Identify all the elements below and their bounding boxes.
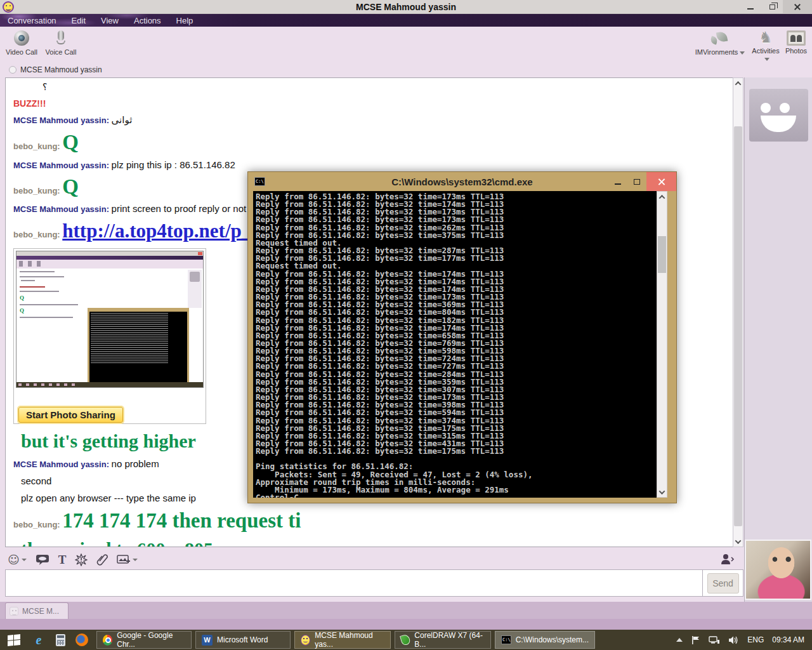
scroll-down-button[interactable] (657, 487, 667, 497)
input-toolbar: ☺ T (0, 551, 743, 569)
chrome-icon (103, 635, 112, 646)
windows-logo-icon (8, 633, 20, 646)
message-text: plz ping this ip : 86.51.146.82 (112, 159, 235, 170)
chat-scrollbar[interactable] (733, 77, 743, 547)
message-text: BUZZ!!! (13, 98, 46, 109)
coreldraw-icon (400, 633, 411, 646)
photos-button[interactable]: Photos (782, 30, 810, 55)
photos-icon (787, 30, 806, 46)
menu-help[interactable]: Help (169, 15, 201, 27)
microphone-icon (51, 30, 70, 47)
window-title: MCSE Mahmoud yassin (0, 2, 812, 12)
font-button[interactable]: T (58, 553, 67, 567)
cmd-minimize-button[interactable] (608, 172, 627, 191)
window-bottom-edge (0, 619, 812, 630)
scrollbar-thumb[interactable] (734, 126, 742, 526)
cmd-icon: C:\ (501, 635, 511, 644)
scroll-up-button[interactable] (733, 78, 743, 88)
scroll-up-button[interactable] (657, 192, 667, 202)
network-icon[interactable] (709, 635, 720, 645)
taskbar-item-chrome[interactable]: Google - Google Chr... (96, 631, 192, 649)
sender-name: bebo_kung: (13, 230, 62, 239)
menu-edit[interactable]: Edit (64, 15, 93, 27)
cmd-window[interactable]: C:\ C:\Windows\system32\cmd.exe Reply fr… (247, 171, 677, 503)
sender-name: MCSE Mahmoud yassin: (13, 460, 112, 469)
message-text: second (21, 475, 51, 486)
buzz-icon (75, 554, 88, 566)
start-photo-sharing-button[interactable]: Start Photo Sharing (18, 407, 123, 423)
sender-name: MCSE Mahmoud yassin: (13, 161, 112, 170)
start-button[interactable] (0, 630, 28, 650)
imvironments-button[interactable]: IMVironments (693, 30, 747, 56)
yahoo-messenger-icon (301, 635, 310, 646)
scroll-down-button[interactable] (733, 536, 743, 547)
message-text: ثوانى (112, 114, 133, 125)
firefox-button[interactable] (71, 630, 93, 650)
peer-avatar (749, 89, 808, 142)
sender-name: bebo_kung: (13, 142, 62, 151)
menu-conversation[interactable]: Conversation (0, 15, 64, 27)
message-text: but it's getting higher (21, 430, 196, 451)
message-text: ؟ (43, 82, 47, 92)
close-button[interactable] (783, 0, 812, 14)
action-center-flag-icon[interactable] (691, 635, 700, 645)
minimize-button[interactable] (740, 0, 761, 14)
taskbar-item-messenger[interactable]: MCSE Mahmoud yas... (294, 631, 391, 649)
taskbar-item-word[interactable]: W Microsoft Word (195, 631, 291, 649)
display-image-panel (744, 77, 812, 602)
cmd-output: Reply from 86.51.146.82: bytes=32 time=1… (253, 191, 657, 498)
cmd-maximize-button[interactable] (627, 172, 646, 191)
calculator-button[interactable] (49, 630, 71, 650)
cmd-title-bar[interactable]: C:\ C:\Windows\system32\cmd.exe (248, 172, 676, 191)
message-text: no problem (112, 458, 159, 469)
video-call-button[interactable]: Video Call (5, 30, 38, 56)
photo-share-icon (117, 554, 131, 566)
photo-share-button[interactable] (117, 554, 138, 566)
message-input[interactable] (5, 569, 703, 597)
language-indicator[interactable]: ENG (747, 635, 764, 644)
shared-screenshot-thumbnail[interactable]: Q Q Start Photo Sharing (13, 248, 206, 424)
calculator-icon (56, 634, 65, 646)
chat-message: then raised to 600 ~ 805 (21, 538, 733, 547)
message-text: 174 174 174 then request ti (62, 509, 301, 532)
title-bar: MCSE Mahmoud yassin (0, 0, 812, 14)
send-cell: Send (703, 569, 743, 597)
conversation-tab-strip: MCSE M... (0, 602, 812, 619)
buzz-button[interactable] (75, 554, 88, 566)
scrollbar-thumb[interactable] (658, 236, 666, 273)
chat-message: MCSE Mahmoud yassin: ثوانى (13, 114, 733, 126)
menu-view[interactable]: View (93, 15, 126, 27)
contact-row: MCSE Mahmoud yassin (0, 63, 812, 77)
clock[interactable]: 09:34 AM (772, 635, 804, 644)
message-text: Q (62, 175, 79, 198)
self-display-photo (745, 540, 811, 600)
taskbar: e Google - Google Chr... W Microsoft Wor… (0, 630, 812, 650)
taskbar-item-coreldraw[interactable]: CorelDRAW X7 (64-B... (395, 631, 491, 649)
chat-message: bebo_kung: 174 174 174 then request ti (13, 510, 733, 532)
status-indicator (9, 66, 16, 74)
thumbnail-cmd-window (88, 308, 189, 385)
send-button[interactable]: Send (707, 573, 739, 594)
attach-file-button[interactable] (96, 554, 108, 566)
voice-call-button[interactable]: Voice Call (44, 30, 77, 56)
audible-icon (36, 554, 49, 566)
internet-explorer-button[interactable]: e (28, 630, 49, 650)
hidden-icons-button[interactable] (676, 638, 683, 642)
cmd-screen: Reply from 86.51.146.82: bytes=32 time=1… (253, 191, 657, 498)
system-tray: ENG 09:34 AM (676, 635, 812, 645)
restore-button[interactable] (761, 0, 783, 14)
taskbar-item-cmd[interactable]: C:\ C:\Windows\system... (495, 631, 595, 649)
contact-pane-toggle[interactable] (719, 553, 735, 566)
message-text: Q (62, 131, 79, 154)
cmd-scrollbar[interactable] (657, 191, 667, 498)
menu-actions[interactable]: Actions (126, 15, 169, 27)
message-text: plz open any browser --- type the same i… (21, 493, 196, 503)
chess-knight-icon: ♞ (749, 29, 783, 46)
activities-button[interactable]: ♞ Activities (749, 29, 783, 62)
emoticon-button[interactable]: ☺ (8, 554, 27, 566)
audible-button[interactable] (36, 554, 49, 566)
conversation-tab[interactable]: MCSE M... (5, 602, 69, 619)
speaker-icon[interactable] (728, 635, 739, 645)
menu-bar: Conversation Edit View Actions Help (0, 14, 812, 27)
cmd-close-button[interactable] (646, 172, 676, 191)
